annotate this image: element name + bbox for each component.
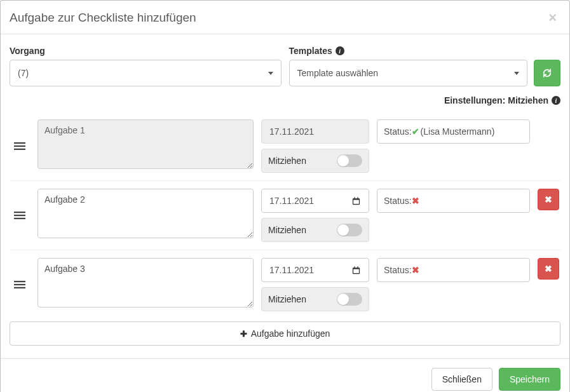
x-icon: ✖ (545, 264, 552, 274)
svg-rect-0 (14, 142, 25, 144)
status-label: Status: (384, 265, 412, 275)
vorgang-selected-value: (7) (18, 68, 29, 78)
drag-handle-icon[interactable] (10, 140, 30, 152)
refresh-icon (543, 69, 552, 78)
mitziehen-label: Mitziehen (268, 294, 306, 304)
task-date-value: 17.11.2021 (269, 126, 314, 137)
modal-title: Aufgabe zur Checkliste hinzufügen (10, 11, 196, 25)
svg-rect-4 (14, 215, 25, 216)
task-row: 17.11.2021MitziehenStatus:✔(Lisa Musterm… (10, 112, 560, 180)
task-date-input[interactable]: 17.11.2021 (261, 189, 369, 213)
mitziehen-label: Mitziehen (268, 156, 306, 166)
close-icon[interactable]: × (548, 11, 557, 25)
vorgang-column: Vorgang (7) (10, 46, 282, 86)
task-date-input: 17.11.2021 (261, 119, 369, 144)
calendar-icon (351, 196, 361, 206)
mitziehen-box: Mitziehen (261, 218, 369, 242)
modal-body: Vorgang (7) Templates i Template auswähl… (1, 34, 569, 346)
x-icon: ✖ (412, 196, 419, 206)
settings-label: Einstellungen: Mitziehen (444, 95, 548, 105)
svg-rect-10 (14, 281, 25, 282)
svg-rect-3 (14, 212, 25, 213)
add-task-label: Aufgabe hinzufügen (251, 328, 330, 339)
task-status: Status:✖ (377, 258, 530, 282)
mitziehen-label: Mitziehen (268, 225, 306, 235)
templates-label: Templates (289, 46, 332, 56)
calendar-icon (351, 266, 361, 275)
task-title-input[interactable] (37, 189, 254, 238)
info-icon[interactable]: i (552, 96, 560, 105)
svg-rect-7 (353, 199, 359, 203)
svg-rect-1 (14, 145, 25, 147)
delete-task-button[interactable]: ✖ (538, 258, 559, 280)
task-date-value: 17.11.2021 (269, 265, 314, 275)
templates-label-wrap: Templates i (289, 46, 561, 56)
svg-rect-2 (14, 149, 25, 150)
vorgang-select[interactable]: (7) (10, 60, 282, 86)
templates-row: Template auswählen (289, 60, 561, 86)
modal-footer: Schließen Speichern (1, 358, 569, 392)
mitziehen-toggle[interactable] (337, 154, 362, 167)
status-label: Status: (384, 126, 412, 137)
plus-icon: ✚ (240, 329, 247, 339)
drag-handle-icon[interactable] (10, 210, 30, 221)
svg-rect-5 (14, 218, 25, 219)
refresh-button[interactable] (534, 60, 560, 86)
task-status: Status:✔(Lisa Mustermann) (377, 119, 530, 144)
top-form-row: Vorgang (7) Templates i Template auswähl… (10, 46, 560, 86)
task-status: Status:✖ (377, 189, 530, 213)
svg-rect-9 (357, 197, 358, 199)
svg-rect-16 (357, 266, 358, 268)
mitziehen-toggle[interactable] (337, 293, 362, 306)
mitziehen-box: Mitziehen (261, 287, 369, 311)
add-task-button[interactable]: ✚ Aufgabe hinzufügen (10, 321, 560, 346)
vorgang-label: Vorgang (10, 46, 282, 56)
task-date-input[interactable]: 17.11.2021 (261, 258, 369, 282)
info-icon[interactable]: i (336, 46, 344, 55)
modal-dialog: Aufgabe zur Checkliste hinzufügen × Vorg… (0, 0, 570, 392)
save-button[interactable]: Speichern (499, 368, 560, 391)
mitziehen-box: Mitziehen (261, 149, 369, 173)
chevron-down-icon (514, 72, 519, 75)
modal-header: Aufgabe zur Checkliste hinzufügen × (1, 1, 569, 34)
template-placeholder: Template auswählen (297, 68, 379, 78)
svg-rect-15 (354, 266, 355, 268)
svg-rect-12 (14, 287, 25, 288)
chevron-down-icon (268, 72, 273, 75)
mitziehen-toggle[interactable] (337, 224, 362, 236)
check-icon: ✔ (412, 126, 419, 137)
x-icon: ✖ (412, 265, 419, 275)
delete-task-button[interactable]: ✖ (538, 189, 559, 210)
task-title-input (37, 119, 254, 169)
task-row: 17.11.2021MitziehenStatus:✖✖ (10, 250, 560, 319)
task-date-value: 17.11.2021 (269, 196, 314, 206)
status-label: Status: (384, 196, 412, 206)
templates-column: Templates i Template auswählen (289, 46, 561, 86)
task-title-input[interactable] (37, 258, 254, 308)
status-user: (Lisa Mustermann) (421, 126, 495, 137)
tasks-container: 17.11.2021MitziehenStatus:✔(Lisa Musterm… (10, 112, 560, 319)
close-button[interactable]: Schließen (431, 368, 492, 391)
svg-rect-14 (353, 269, 359, 273)
settings-line: Einstellungen: Mitziehen i (10, 95, 560, 105)
task-row: 17.11.2021MitziehenStatus:✖✖ (10, 180, 560, 250)
drag-handle-icon[interactable] (10, 279, 30, 290)
svg-rect-8 (354, 197, 355, 199)
svg-rect-11 (14, 284, 25, 285)
template-select[interactable]: Template auswählen (289, 60, 528, 86)
x-icon: ✖ (545, 194, 552, 205)
